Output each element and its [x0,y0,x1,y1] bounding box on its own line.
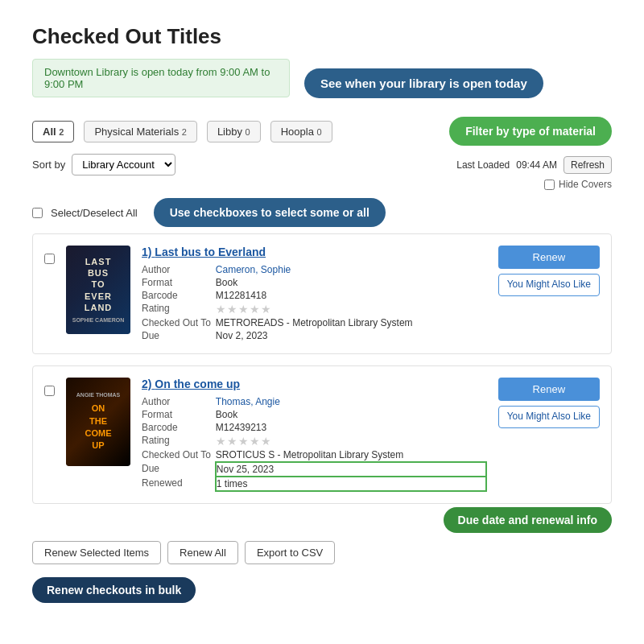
due-value-2: Nov 25, 2023 [216,462,486,477]
book-checkbox-1[interactable] [44,254,55,264]
refresh-button[interactable]: Refresh [564,156,612,174]
bottom-actions: Renew Selected Items Renew All Export to… [32,541,612,564]
renew-selected-button[interactable]: Renew Selected Items [32,541,161,564]
select-all-label: Select/Deselect All [51,207,138,219]
library-open-tooltip: See when your library is open today [304,68,543,98]
tab-all[interactable]: All 2 [32,121,74,142]
might-also-button-2[interactable]: You Might Also Like [498,406,600,428]
renew-button-1[interactable]: Renew [498,246,600,269]
author-label-2: Author [142,395,216,408]
format-label: Format [142,276,216,289]
last-loaded-label: Last Loaded [456,159,510,171]
book-info-1: 1) Last bus to Everland Author Cameron, … [142,246,487,342]
book-details-table-2: Author Thomas, Angie Format Book Barcode… [142,395,487,492]
filter-material-tooltip: Filter by type of material [449,117,612,146]
hide-covers-checkbox[interactable] [544,180,555,190]
sort-label: Sort by [32,159,65,171]
renew-button-2[interactable]: Renew [498,378,600,401]
tab-hoopla[interactable]: Hoopla 0 [270,121,332,142]
book-title-2[interactable]: 2) On the come up [142,378,487,390]
book-card-1: LASTBUSTOEVERLAND SOPHIE CAMERON 1) Last… [32,233,612,354]
library-banner: Downtown Library is open today from 9:00… [32,59,290,97]
tab-physical-materials[interactable]: Physical Materials 2 [84,121,197,142]
rating-stars-2[interactable]: ★★★★★ [216,434,486,448]
book-info-2: 2) On the come up Author Thomas, Angie F… [142,378,487,492]
export-csv-button[interactable]: Export to CSV [245,541,335,564]
format-value-2: Book [216,408,486,421]
renew-all-button[interactable]: Renew All [167,541,238,564]
checked-out-to-label: Checked Out To [142,316,216,329]
tab-libby[interactable]: Libby 0 [207,121,261,142]
book-cover-1: LASTBUSTOEVERLAND SOPHIE CAMERON [66,246,130,334]
author-label: Author [142,263,216,276]
format-label-2: Format [142,408,216,421]
book-details-table-1: Author Cameron, Sophie Format Book Barco… [142,263,487,342]
select-all-checkbox[interactable] [32,208,43,218]
author-value-1: Cameron, Sophie [216,263,487,276]
barcode-label: Barcode [142,289,216,302]
rating-label: Rating [142,302,216,316]
book-actions-2: Renew You Might Also Like [498,378,600,428]
author-value-2: Thomas, Angie [216,395,486,408]
checked-out-to-value-1: METROREADS - Metropolitan Library System [216,316,487,329]
tabs-section: All 2 Physical Materials 2 Libby 0 Hoopl… [32,121,440,142]
barcode-value-2: M12439213 [216,421,486,434]
sort-select[interactable]: Library Account Title Due Date [72,154,175,175]
select-all-tooltip: Use checkboxes to select some or all [154,198,386,227]
checked-out-to-value-2: SROTICUS S - Metropolitan Library System [216,448,486,462]
book-cover-2: ANGIE THOMAS ONTHECOMEUP [66,378,130,466]
last-loaded-time: 09:44 AM [516,159,557,171]
renewed-label-2: Renewed [142,477,216,491]
book-title-1[interactable]: 1) Last bus to Everland [142,246,487,258]
due-label-1: Due [142,329,216,342]
renewed-value-2: 1 times [216,477,486,491]
last-loaded-info: Last Loaded 09:44 AM Refresh [456,156,612,174]
rating-stars-1[interactable]: ★★★★★ [216,302,487,316]
barcode-value-1: M12281418 [216,289,487,302]
page-title: Checked Out Titles [32,24,612,49]
hide-covers-label: Hide Covers [559,179,612,190]
format-value-1: Book [216,276,487,289]
might-also-button-1[interactable]: You Might Also Like [498,274,600,296]
book-actions-1: Renew You Might Also Like [498,246,600,296]
bulk-renew-tooltip: Renew checkouts in bulk [32,577,196,603]
book-checkbox-2[interactable] [44,386,55,396]
due-value-1: Nov 2, 2023 [216,329,487,342]
rating-label-2: Rating [142,434,216,448]
barcode-label-2: Barcode [142,421,216,434]
due-date-tooltip: Due date and renewal info [444,507,612,533]
book-card-2: ANGIE THOMAS ONTHECOMEUP 2) On the come … [32,365,612,504]
due-label-2: Due [142,462,216,477]
checked-out-to-label-2: Checked Out To [142,448,216,462]
